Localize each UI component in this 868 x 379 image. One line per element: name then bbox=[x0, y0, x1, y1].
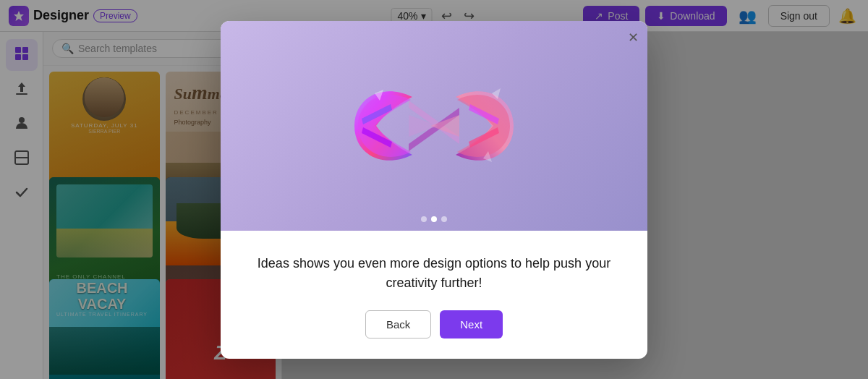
onboarding-modal: ✕ bbox=[221, 21, 647, 359]
modal-dot-2[interactable] bbox=[431, 216, 437, 222]
modal-content: Ideas shows you even more design options… bbox=[221, 231, 647, 359]
back-button[interactable]: Back bbox=[365, 310, 431, 338]
modal-dot-1[interactable] bbox=[421, 216, 427, 222]
modal-close-button[interactable]: ✕ bbox=[628, 30, 639, 46]
modal-dot-3[interactable] bbox=[441, 216, 447, 222]
modal-body-text: Ideas shows you even more design options… bbox=[250, 254, 618, 293]
modal-dots bbox=[421, 216, 447, 222]
modal-actions: Back Next bbox=[250, 310, 618, 338]
modal-overlay: ✕ bbox=[0, 0, 868, 379]
infinity-illustration bbox=[297, 54, 571, 198]
modal-image-area: ✕ bbox=[221, 21, 647, 231]
next-button[interactable]: Next bbox=[440, 310, 503, 338]
